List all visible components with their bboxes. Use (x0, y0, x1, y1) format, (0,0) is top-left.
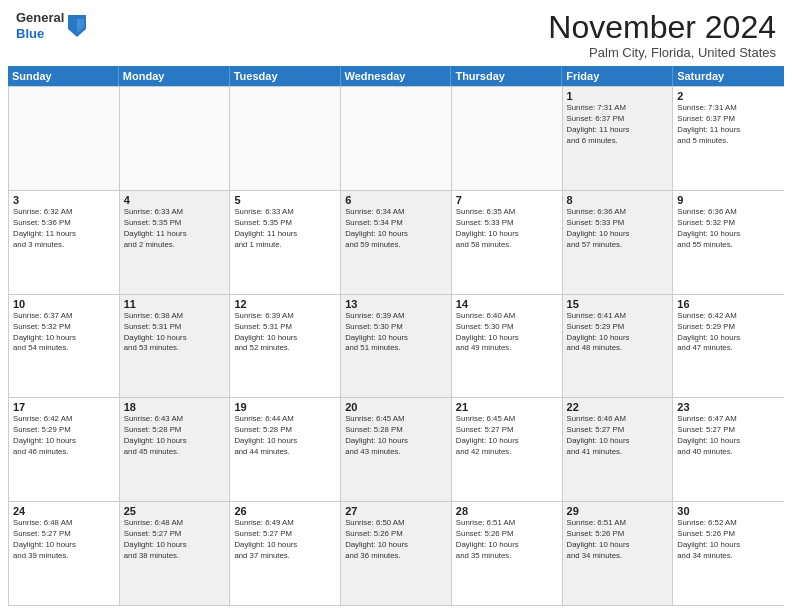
weekday-header: Friday (562, 66, 673, 86)
day-number: 16 (677, 298, 780, 310)
day-number: 3 (13, 194, 115, 206)
calendar-cell: 8Sunrise: 6:36 AM Sunset: 5:33 PM Daylig… (563, 191, 674, 294)
location: Palm City, Florida, United States (548, 45, 776, 60)
day-number: 11 (124, 298, 226, 310)
cell-info: Sunrise: 6:49 AM Sunset: 5:27 PM Dayligh… (234, 518, 336, 562)
cell-info: Sunrise: 6:48 AM Sunset: 5:27 PM Dayligh… (13, 518, 115, 562)
cell-info: Sunrise: 6:32 AM Sunset: 5:36 PM Dayligh… (13, 207, 115, 251)
calendar-cell: 24Sunrise: 6:48 AM Sunset: 5:27 PM Dayli… (9, 502, 120, 605)
logo-text: General Blue (16, 10, 64, 41)
day-number: 26 (234, 505, 336, 517)
day-number: 20 (345, 401, 447, 413)
calendar-row: 24Sunrise: 6:48 AM Sunset: 5:27 PM Dayli… (9, 501, 784, 605)
cell-info: Sunrise: 6:51 AM Sunset: 5:26 PM Dayligh… (567, 518, 669, 562)
day-number: 22 (567, 401, 669, 413)
calendar: SundayMondayTuesdayWednesdayThursdayFrid… (0, 66, 792, 612)
day-number: 14 (456, 298, 558, 310)
calendar-body: 1Sunrise: 7:31 AM Sunset: 6:37 PM Daylig… (8, 86, 784, 606)
cell-info: Sunrise: 6:39 AM Sunset: 5:31 PM Dayligh… (234, 311, 336, 355)
cell-info: Sunrise: 6:42 AM Sunset: 5:29 PM Dayligh… (677, 311, 780, 355)
calendar-cell: 17Sunrise: 6:42 AM Sunset: 5:29 PM Dayli… (9, 398, 120, 501)
day-number: 8 (567, 194, 669, 206)
calendar-cell (341, 87, 452, 190)
cell-info: Sunrise: 6:39 AM Sunset: 5:30 PM Dayligh… (345, 311, 447, 355)
cell-info: Sunrise: 6:33 AM Sunset: 5:35 PM Dayligh… (234, 207, 336, 251)
day-number: 19 (234, 401, 336, 413)
cell-info: Sunrise: 6:42 AM Sunset: 5:29 PM Dayligh… (13, 414, 115, 458)
day-number: 13 (345, 298, 447, 310)
calendar-cell: 29Sunrise: 6:51 AM Sunset: 5:26 PM Dayli… (563, 502, 674, 605)
logo-icon (68, 15, 86, 37)
day-number: 18 (124, 401, 226, 413)
title-block: November 2024 Palm City, Florida, United… (548, 10, 776, 60)
day-number: 2 (677, 90, 780, 102)
day-number: 10 (13, 298, 115, 310)
cell-info: Sunrise: 7:31 AM Sunset: 6:37 PM Dayligh… (567, 103, 669, 147)
cell-info: Sunrise: 6:36 AM Sunset: 5:33 PM Dayligh… (567, 207, 669, 251)
cell-info: Sunrise: 6:47 AM Sunset: 5:27 PM Dayligh… (677, 414, 780, 458)
calendar-cell: 23Sunrise: 6:47 AM Sunset: 5:27 PM Dayli… (673, 398, 784, 501)
cell-info: Sunrise: 6:33 AM Sunset: 5:35 PM Dayligh… (124, 207, 226, 251)
calendar-cell: 9Sunrise: 6:36 AM Sunset: 5:32 PM Daylig… (673, 191, 784, 294)
cell-info: Sunrise: 6:40 AM Sunset: 5:30 PM Dayligh… (456, 311, 558, 355)
cell-info: Sunrise: 6:50 AM Sunset: 5:26 PM Dayligh… (345, 518, 447, 562)
day-number: 6 (345, 194, 447, 206)
calendar-row: 10Sunrise: 6:37 AM Sunset: 5:32 PM Dayli… (9, 294, 784, 398)
calendar-cell: 3Sunrise: 6:32 AM Sunset: 5:36 PM Daylig… (9, 191, 120, 294)
calendar-cell: 11Sunrise: 6:38 AM Sunset: 5:31 PM Dayli… (120, 295, 231, 398)
calendar-cell: 6Sunrise: 6:34 AM Sunset: 5:34 PM Daylig… (341, 191, 452, 294)
cell-info: Sunrise: 6:44 AM Sunset: 5:28 PM Dayligh… (234, 414, 336, 458)
weekday-header: Thursday (451, 66, 562, 86)
weekday-header: Wednesday (341, 66, 452, 86)
calendar-header: SundayMondayTuesdayWednesdayThursdayFrid… (8, 66, 784, 86)
cell-info: Sunrise: 6:37 AM Sunset: 5:32 PM Dayligh… (13, 311, 115, 355)
cell-info: Sunrise: 6:51 AM Sunset: 5:26 PM Dayligh… (456, 518, 558, 562)
calendar-cell: 2Sunrise: 7:31 AM Sunset: 6:37 PM Daylig… (673, 87, 784, 190)
page: General Blue November 2024 Palm City, Fl… (0, 0, 792, 612)
calendar-cell: 20Sunrise: 6:45 AM Sunset: 5:28 PM Dayli… (341, 398, 452, 501)
calendar-cell (230, 87, 341, 190)
day-number: 9 (677, 194, 780, 206)
cell-info: Sunrise: 6:46 AM Sunset: 5:27 PM Dayligh… (567, 414, 669, 458)
calendar-cell: 16Sunrise: 6:42 AM Sunset: 5:29 PM Dayli… (673, 295, 784, 398)
calendar-cell: 28Sunrise: 6:51 AM Sunset: 5:26 PM Dayli… (452, 502, 563, 605)
calendar-row: 17Sunrise: 6:42 AM Sunset: 5:29 PM Dayli… (9, 397, 784, 501)
cell-info: Sunrise: 6:34 AM Sunset: 5:34 PM Dayligh… (345, 207, 447, 251)
calendar-cell: 7Sunrise: 6:35 AM Sunset: 5:33 PM Daylig… (452, 191, 563, 294)
calendar-cell: 22Sunrise: 6:46 AM Sunset: 5:27 PM Dayli… (563, 398, 674, 501)
logo: General Blue (16, 10, 86, 41)
calendar-cell: 21Sunrise: 6:45 AM Sunset: 5:27 PM Dayli… (452, 398, 563, 501)
calendar-cell: 18Sunrise: 6:43 AM Sunset: 5:28 PM Dayli… (120, 398, 231, 501)
day-number: 15 (567, 298, 669, 310)
cell-info: Sunrise: 7:31 AM Sunset: 6:37 PM Dayligh… (677, 103, 780, 147)
weekday-header: Monday (119, 66, 230, 86)
day-number: 28 (456, 505, 558, 517)
weekday-header: Tuesday (230, 66, 341, 86)
day-number: 24 (13, 505, 115, 517)
header: General Blue November 2024 Palm City, Fl… (0, 0, 792, 66)
calendar-cell: 10Sunrise: 6:37 AM Sunset: 5:32 PM Dayli… (9, 295, 120, 398)
calendar-cell: 15Sunrise: 6:41 AM Sunset: 5:29 PM Dayli… (563, 295, 674, 398)
day-number: 7 (456, 194, 558, 206)
calendar-cell: 5Sunrise: 6:33 AM Sunset: 5:35 PM Daylig… (230, 191, 341, 294)
day-number: 21 (456, 401, 558, 413)
calendar-cell: 13Sunrise: 6:39 AM Sunset: 5:30 PM Dayli… (341, 295, 452, 398)
cell-info: Sunrise: 6:41 AM Sunset: 5:29 PM Dayligh… (567, 311, 669, 355)
day-number: 29 (567, 505, 669, 517)
calendar-cell: 19Sunrise: 6:44 AM Sunset: 5:28 PM Dayli… (230, 398, 341, 501)
calendar-cell: 25Sunrise: 6:48 AM Sunset: 5:27 PM Dayli… (120, 502, 231, 605)
calendar-cell: 30Sunrise: 6:52 AM Sunset: 5:26 PM Dayli… (673, 502, 784, 605)
calendar-cell (120, 87, 231, 190)
weekday-header: Sunday (8, 66, 119, 86)
calendar-cell (9, 87, 120, 190)
cell-info: Sunrise: 6:43 AM Sunset: 5:28 PM Dayligh… (124, 414, 226, 458)
day-number: 27 (345, 505, 447, 517)
calendar-cell (452, 87, 563, 190)
calendar-cell: 14Sunrise: 6:40 AM Sunset: 5:30 PM Dayli… (452, 295, 563, 398)
day-number: 30 (677, 505, 780, 517)
cell-info: Sunrise: 6:45 AM Sunset: 5:28 PM Dayligh… (345, 414, 447, 458)
calendar-cell: 4Sunrise: 6:33 AM Sunset: 5:35 PM Daylig… (120, 191, 231, 294)
day-number: 12 (234, 298, 336, 310)
day-number: 25 (124, 505, 226, 517)
cell-info: Sunrise: 6:48 AM Sunset: 5:27 PM Dayligh… (124, 518, 226, 562)
